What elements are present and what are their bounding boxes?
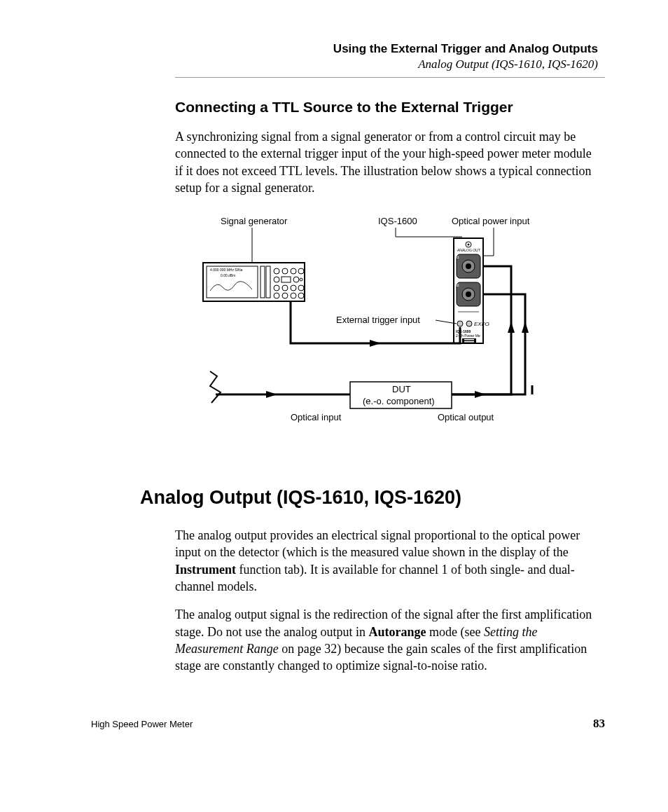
svg-point-12 (282, 268, 288, 274)
svg-text:4.000 000 MHz SINe: 4.000 000 MHz SINe (210, 268, 243, 272)
svg-rect-16 (281, 277, 291, 282)
svg-point-11 (274, 268, 279, 274)
svg-point-18 (300, 278, 302, 281)
label-optical-input: Optical input (291, 412, 342, 422)
svg-marker-54 (508, 322, 515, 333)
svg-text:0.00 dBm: 0.00 dBm (221, 273, 235, 277)
svg-point-37 (466, 291, 471, 297)
svg-point-29 (468, 244, 470, 246)
svg-text:DUT: DUT (392, 384, 411, 394)
svg-rect-46 (464, 339, 474, 340)
label-optical-power-input: Optical power input (452, 216, 530, 226)
svg-point-22 (298, 285, 304, 291)
page-number: 83 (593, 717, 605, 731)
svg-point-13 (291, 268, 296, 274)
section1-paragraph: A synchronizing signal from a signal gen… (175, 128, 598, 196)
running-header-subtitle: Analog Output (IQS-1610, IQS-1620) (91, 57, 598, 71)
svg-point-39 (457, 321, 463, 326)
svg-text:01: 01 (455, 255, 459, 259)
svg-point-20 (282, 285, 288, 291)
svg-point-25 (291, 293, 296, 298)
section2-paragraph-2: The analog output signal is the redirect… (175, 606, 598, 674)
svg-point-33 (466, 263, 471, 269)
svg-point-23 (274, 293, 279, 298)
svg-rect-47 (464, 341, 474, 343)
connection-diagram: Signal generator IQS-1600 Optical power … (182, 214, 574, 438)
svg-text:02: 02 (455, 283, 459, 287)
label-iqs1600: IQS-1600 (378, 216, 417, 226)
dut-box: DUT (e.-o. component) (350, 382, 452, 408)
running-header-title: Using the External Trigger and Analog Ou… (91, 42, 598, 56)
svg-point-19 (274, 285, 279, 291)
svg-point-17 (293, 277, 299, 282)
svg-text:EXFO: EXFO (474, 321, 489, 327)
signal-generator-icon: 4.000 000 MHz SINe 0.00 dBm (203, 263, 305, 301)
svg-marker-53 (266, 391, 277, 398)
svg-point-40 (466, 321, 472, 326)
label-optical-output: Optical output (438, 412, 494, 422)
svg-point-21 (291, 285, 296, 291)
svg-text:ANALOG OUT: ANALOG OUT (457, 248, 480, 252)
svg-rect-10 (266, 266, 270, 298)
section-heading-ttl: Connecting a TTL Source to the External … (175, 99, 605, 116)
svg-point-26 (298, 293, 304, 298)
optical-source-icon (210, 371, 221, 403)
section-heading-analog: Analog Output (IQS-1610, IQS-1620) (140, 487, 605, 509)
svg-rect-9 (260, 266, 265, 298)
svg-marker-56 (475, 391, 486, 398)
svg-marker-52 (370, 340, 381, 347)
svg-point-24 (282, 293, 288, 298)
header-rule (175, 77, 605, 78)
svg-point-15 (274, 277, 279, 282)
label-external-trigger-input: External trigger input (336, 315, 420, 325)
svg-marker-55 (522, 322, 529, 333)
label-signal-generator: Signal generator (221, 216, 288, 226)
svg-point-14 (298, 268, 304, 274)
section2-paragraph-1: The analog output provides an electrical… (175, 527, 598, 595)
svg-text:(e.-o. component): (e.-o. component) (363, 396, 435, 406)
footer-product-name: High Speed Power Meter (91, 719, 193, 729)
